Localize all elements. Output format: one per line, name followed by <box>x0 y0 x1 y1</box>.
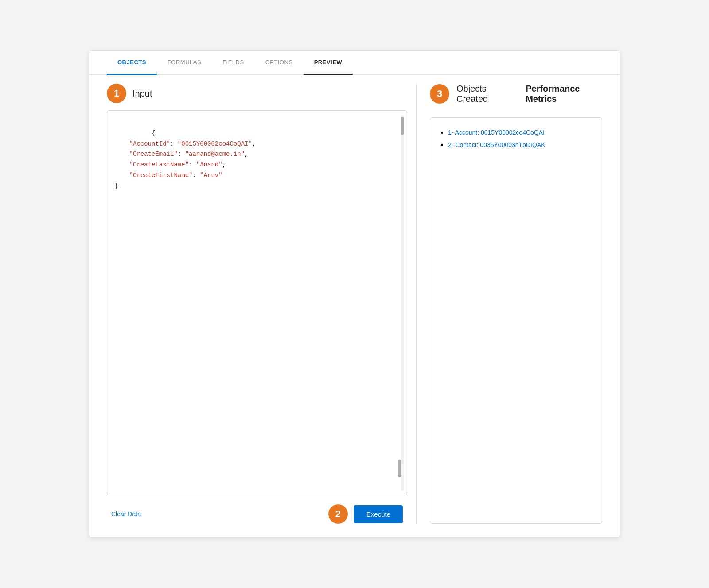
result-link-2[interactable]: 2- Contact: 0035Y00003nTpDIQAK <box>448 141 545 148</box>
badge-3: 3 <box>430 84 449 104</box>
result-item-2: 2- Contact: 0035Y00003nTpDIQAK <box>448 141 593 149</box>
right-titles: Objects Created Performance Metrics <box>456 84 602 104</box>
scrollbar-thumb-top <box>401 117 404 135</box>
badge-1: 1 <box>107 84 126 103</box>
objects-created-title: Objects Created <box>456 84 512 104</box>
tabs-bar: OBJECTS FORMULAS FIELDS OPTIONS PREVIEW <box>89 51 620 75</box>
tab-objects[interactable]: OBJECTS <box>107 51 157 75</box>
right-header: 3 Objects Created Performance Metrics <box>430 84 602 108</box>
input-title: Input <box>132 89 152 99</box>
tab-fields[interactable]: FIELDS <box>212 51 255 75</box>
code-content: { "AccountId": "0015Y00002co4CoQAI", "Cr… <box>114 118 400 202</box>
execute-button[interactable]: Execute <box>354 505 403 523</box>
main-content: 1 Input { "AccountId": "0015Y00002co4CoQ… <box>89 75 620 537</box>
bottom-actions: Clear Data 2 Execute <box>107 504 407 524</box>
scrollbar-track[interactable] <box>401 115 404 491</box>
left-panel: 1 Input { "AccountId": "0015Y00002co4CoQ… <box>107 84 416 524</box>
performance-metrics-title: Performance Metrics <box>526 84 602 104</box>
right-panel: 3 Objects Created Performance Metrics 1-… <box>416 84 602 524</box>
scrollbar-thumb-bottom <box>398 460 401 477</box>
tab-preview[interactable]: PREVIEW <box>304 51 353 75</box>
clear-data-button[interactable]: Clear Data <box>111 511 141 518</box>
tab-formulas[interactable]: FORMULAS <box>157 51 212 75</box>
result-item-1: 1- Account: 0015Y00002co4CoQAI <box>448 128 593 136</box>
tab-options[interactable]: OPTIONS <box>255 51 304 75</box>
results-box: 1- Account: 0015Y00002co4CoQAI 2- Contac… <box>430 117 602 524</box>
app-container: OBJECTS FORMULAS FIELDS OPTIONS PREVIEW … <box>89 50 620 538</box>
code-editor[interactable]: { "AccountId": "0015Y00002co4CoQAI", "Cr… <box>107 110 407 495</box>
left-section-header: 1 Input <box>107 84 407 103</box>
execute-area: 2 Execute <box>328 504 403 524</box>
result-link-1[interactable]: 1- Account: 0015Y00002co4CoQAI <box>448 129 545 136</box>
badge-2: 2 <box>328 504 348 524</box>
result-list: 1- Account: 0015Y00002co4CoQAI 2- Contac… <box>439 128 593 149</box>
